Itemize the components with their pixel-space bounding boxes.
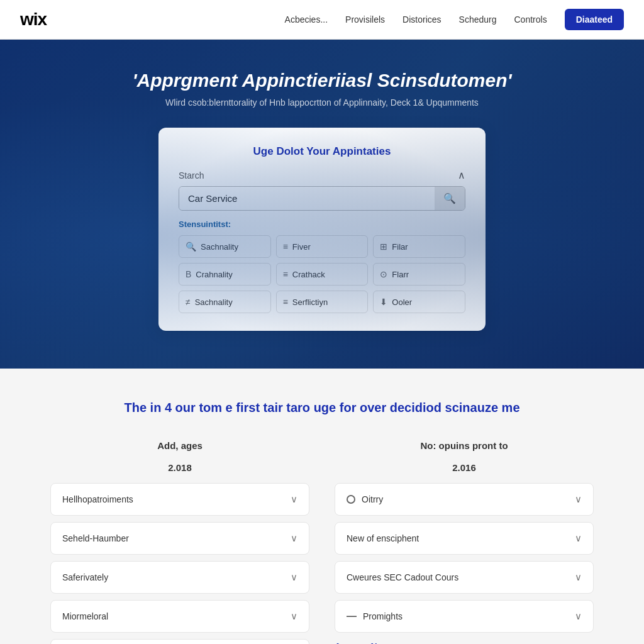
service-item-2[interactable]: ⊞ Filar — [373, 235, 465, 258]
service-item-8[interactable]: ⬇ Ooler — [373, 291, 465, 313]
accordion-label-2: Saferivately — [62, 572, 108, 582]
arrange-new-label: Arrange New — [335, 641, 594, 644]
right-chevron-icon-2: ∨ — [575, 572, 582, 583]
chevron-icon-1: ∨ — [291, 533, 297, 544]
search-button[interactable]: 🔍 — [435, 187, 465, 210]
logo: wix — [20, 9, 47, 30]
services-label: Stensuintitst: — [179, 219, 465, 229]
service-icon-3: B — [186, 269, 191, 279]
service-icon-5: ⊙ — [380, 269, 387, 279]
accordion-item-2[interactable]: Saferivately ∨ — [50, 561, 309, 594]
right-accordion-label-3: Promights — [363, 611, 402, 621]
search-card-title: Uge Dolot Your Appintaties — [179, 145, 465, 158]
service-item-3[interactable]: B Crahnality — [179, 263, 271, 286]
right-item-inner-3: — Promights — [347, 611, 402, 622]
right-accordion-item-2[interactable]: Cweures SEC Cadout Cours ∨ — [335, 561, 594, 594]
hero-subtitle: Wlird csob:blernttorality of Hnb lappocr… — [165, 97, 479, 108]
columns-wrapper: Add, ages 2.018 Hellhopatroiments ∨ Sehe… — [50, 439, 594, 644]
accordion-label-3: Miormeloral — [62, 611, 108, 621]
left-col-title: Add, ages — [50, 439, 309, 452]
right-accordion-label-0: Oitrry — [362, 494, 383, 504]
accordion-label-1: Seheld-Haumber — [62, 533, 129, 543]
right-accordion-label-2: Cweures SEC Cadout Cours — [347, 572, 458, 582]
accordion-label-0: Hellhopatroiments — [62, 494, 133, 504]
nav: Acbecies... Provisilels Distorices Sched… — [285, 9, 624, 30]
right-accordion-item-3[interactable]: — Promights ∨ — [335, 600, 594, 633]
header: wix Acbecies... Provisilels Distorices S… — [0, 0, 644, 40]
accordion-item-1[interactable]: Seheld-Haumber ∨ — [50, 522, 309, 555]
right-col-title: No: opuins pront to — [335, 439, 594, 452]
service-label-4: Crathack — [292, 270, 325, 279]
service-icon-0: 🔍 — [186, 242, 196, 252]
nav-item-4[interactable]: Controls — [514, 14, 547, 25]
right-col-year: 2.016 — [335, 462, 594, 473]
right-accordion-label-1: New of ensciphent — [347, 533, 419, 543]
service-icon-4: ≡ — [283, 269, 288, 279]
service-label-0: Sachnality — [201, 242, 238, 252]
hero-title: 'Apprgment Appinctieriiasl Scinsdutomen' — [132, 70, 511, 91]
main-content: The in 4 our tom e first tair taro uge f… — [0, 369, 644, 644]
service-icon-8: ⬇ — [380, 297, 387, 307]
right-accordion-item-0[interactable]: Oitrry ∨ — [335, 483, 594, 516]
services-grid: 🔍 Sachnality ≡ Fiver ⊞ Filar B Crahnalit… — [179, 235, 465, 313]
service-item-1[interactable]: ≡ Fiver — [276, 235, 369, 258]
chevron-icon-0: ∨ — [291, 494, 297, 505]
right-chevron-icon-3: ∨ — [575, 611, 582, 622]
service-item-4[interactable]: ≡ Crathack — [276, 263, 369, 286]
left-column: Add, ages 2.018 Hellhopatroiments ∨ Sehe… — [50, 439, 309, 644]
accordion-item-4[interactable]: Rerromentally ∨ — [50, 639, 309, 644]
service-item-7[interactable]: ≡ Serflictiyn — [276, 291, 369, 313]
chevron-up-icon[interactable]: ∧ — [458, 169, 465, 181]
nav-item-3[interactable]: Schedurg — [459, 14, 497, 25]
service-icon-7: ≡ — [283, 297, 288, 307]
service-label-8: Ooler — [392, 297, 412, 307]
service-icon-6: ≠ — [186, 297, 191, 307]
right-chevron-icon-0: ∨ — [575, 494, 582, 505]
nav-item-1[interactable]: Provisilels — [345, 14, 385, 25]
search-input-row: 🔍 — [179, 186, 465, 211]
search-section-label: Starch ∧ — [179, 169, 465, 181]
circle-icon-0 — [347, 495, 355, 504]
main-heading: The in 4 our tom e first tair taro uge f… — [50, 399, 594, 416]
search-input[interactable] — [179, 187, 435, 210]
chevron-icon-2: ∨ — [291, 572, 297, 583]
service-label-5: Flarr — [392, 270, 409, 279]
service-label-7: Serflictiyn — [292, 297, 328, 307]
service-item-5[interactable]: ⊙ Flarr — [373, 263, 465, 286]
service-icon-1: ≡ — [283, 242, 288, 252]
hero-section: 'Apprgment Appinctieriiasl Scinsdutomen'… — [0, 40, 644, 369]
chevron-icon-3: ∨ — [291, 611, 297, 622]
service-item-0[interactable]: 🔍 Sachnality — [179, 235, 271, 258]
nav-item-2[interactable]: Distorices — [402, 14, 441, 25]
nav-item-0[interactable]: Acbecies... — [285, 14, 328, 25]
service-label-2: Filar — [392, 242, 408, 252]
search-card: Uge Dolot Your Appintaties Starch ∧ 🔍 St… — [158, 128, 486, 331]
accordion-item-3[interactable]: Miormeloral ∨ — [50, 600, 309, 633]
right-item-inner-0: Oitrry — [347, 494, 383, 504]
right-accordion-item-1[interactable]: New of ensciphent ∨ — [335, 522, 594, 555]
right-chevron-icon-1: ∨ — [575, 533, 582, 544]
service-icon-2: ⊞ — [380, 242, 387, 252]
service-item-6[interactable]: ≠ Sachnality — [179, 291, 271, 313]
service-label-6: Sachnality — [195, 297, 233, 307]
right-column: No: opuins pront to 2.016 Oitrry ∨ New o… — [335, 439, 594, 644]
service-label-1: Fiver — [292, 242, 311, 252]
left-col-year: 2.018 — [50, 462, 309, 473]
accordion-item-0[interactable]: Hellhopatroiments ∨ — [50, 483, 309, 516]
service-label-3: Crahnality — [196, 270, 233, 279]
search-label: Starch — [179, 170, 204, 180]
cta-button[interactable]: Diaateed — [565, 9, 624, 30]
minus-icon-3: — — [347, 611, 357, 622]
